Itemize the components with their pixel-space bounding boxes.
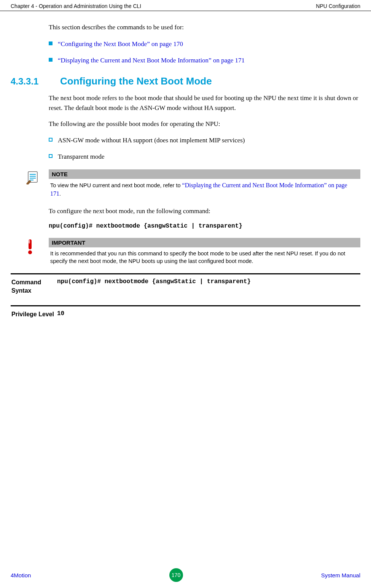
bullet-icon: [49, 41, 53, 45]
note-body: NOTE To view the NPU current and next bo…: [49, 169, 360, 198]
note-text: To view the NPU current and next boot mo…: [49, 179, 360, 198]
privilege-level-block: Privilege Level 10: [11, 305, 360, 319]
page-header: Chapter 4 - Operation and Administration…: [0, 0, 371, 11]
section-heading: 4.3.3.1 Configuring the Next Boot Mode: [11, 75, 360, 87]
important-text: It is recommended that you run this comm…: [49, 247, 360, 265]
page-content: This section describes the commands to b…: [0, 11, 371, 319]
header-left: Chapter 4 - Operation and Administration…: [11, 3, 141, 9]
command-syntax-block: Command Syntax npu(config)# nextbootmode…: [11, 273, 360, 295]
important-body: IMPORTANT It is recommended that you run…: [49, 238, 360, 265]
important-icon: [26, 238, 45, 265]
note-pre: To view the NPU current and next boot mo…: [50, 182, 182, 188]
body-paragraph: To configure the next boot mode, run the…: [49, 206, 360, 216]
page-number-badge: 170: [169, 568, 183, 582]
bullet-icon: [49, 154, 53, 158]
list-item: “Configuring the Next Boot Mode” on page…: [49, 39, 360, 49]
mode-item-text: Transparent mode: [58, 152, 105, 162]
body-paragraph: The next boot mode refers to the boot mo…: [49, 93, 360, 113]
list-item: ASN-GW mode without HA support (does not…: [49, 135, 360, 145]
section-title: Configuring the Next Boot Mode: [60, 75, 212, 87]
privilege-label: Privilege Level: [11, 310, 57, 319]
footer-left: 4Motion: [11, 572, 31, 578]
body-paragraph: The following are the possible boot mode…: [49, 119, 360, 129]
svg-point-7: [29, 240, 30, 244]
header-right: NPU Configuration: [316, 3, 360, 9]
note-icon: [26, 169, 45, 198]
footer-right: System Manual: [321, 572, 360, 578]
important-label: IMPORTANT: [49, 238, 360, 247]
note-post: .: [59, 191, 61, 197]
svg-point-6: [28, 250, 32, 254]
list-item: “Displaying the Current and Next Boot Mo…: [49, 56, 360, 65]
note-callout: NOTE To view the NPU current and next bo…: [26, 169, 360, 198]
command-syntax-label: Command Syntax: [11, 278, 57, 295]
page-footer: 4Motion 170 System Manual: [0, 568, 371, 582]
bullet-icon: [49, 138, 53, 142]
xref-link[interactable]: “Configuring the Next Boot Mode” on page…: [58, 39, 183, 49]
intro-link-list: “Configuring the Next Boot Mode” on page…: [49, 39, 360, 65]
bullet-icon: [49, 58, 53, 62]
command-syntax-value: npu(config)# nextbootmode {asngwStatic |…: [57, 278, 251, 295]
mode-list: ASN-GW mode without HA support (does not…: [49, 135, 360, 162]
intro-text: This section describes the commands to b…: [49, 22, 360, 32]
note-label: NOTE: [49, 169, 360, 179]
list-item: Transparent mode: [49, 152, 360, 162]
important-callout: IMPORTANT It is recommended that you run…: [26, 238, 360, 265]
xref-link[interactable]: “Displaying the Current and Next Boot Mo…: [58, 56, 245, 65]
mode-item-text: ASN-GW mode without HA support (does not…: [58, 135, 245, 145]
section-number: 4.3.3.1: [11, 76, 60, 87]
command-line: npu(config)# nextbootmode {asngwStatic |…: [49, 223, 360, 229]
privilege-value: 10: [57, 310, 64, 319]
